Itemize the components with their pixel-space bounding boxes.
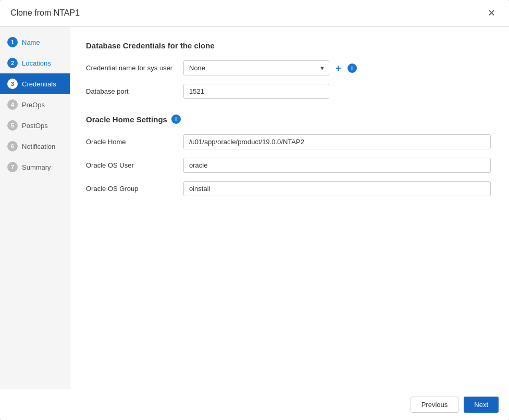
close-button[interactable]: ✕ xyxy=(485,7,499,19)
dialog-title: Clone from NTAP1 xyxy=(10,8,80,18)
credential-name-row: Credential name for sys user None ▼ + i xyxy=(86,60,493,75)
oracle-os-group-label: Oracle OS Group xyxy=(86,185,177,193)
db-port-row: Database port xyxy=(86,84,493,99)
step-num-7: 7 xyxy=(7,162,18,172)
credential-info-icon[interactable]: i xyxy=(347,63,357,73)
oracle-home-label: Oracle Home xyxy=(86,138,177,146)
sidebar-item-postops[interactable]: 5 PostOps xyxy=(0,115,70,136)
next-button[interactable]: Next xyxy=(464,397,499,413)
credential-name-select[interactable]: None xyxy=(183,60,329,75)
oracle-os-group-row: Oracle OS Group xyxy=(86,181,493,196)
oracle-os-user-row: Oracle OS User xyxy=(86,158,493,173)
db-credentials-title: Database Credentials for the clone xyxy=(86,41,493,50)
main-content: Database Credentials for the clone Crede… xyxy=(70,27,509,389)
credential-control-wrap: None ▼ + i xyxy=(183,60,493,75)
clone-dialog: Clone from NTAP1 ✕ 1 Name 2 Locations 3 … xyxy=(0,0,509,420)
sidebar-label-notification: Notification xyxy=(22,143,55,150)
step-num-6: 6 xyxy=(7,141,18,151)
oracle-home-input[interactable] xyxy=(183,134,491,149)
step-num-4: 4 xyxy=(7,99,18,110)
step-num-1: 1 xyxy=(7,37,18,47)
add-credential-button[interactable]: + xyxy=(333,62,343,74)
db-port-control-wrap xyxy=(183,84,493,99)
step-num-3: 3 xyxy=(7,79,18,89)
sidebar-label-locations: Locations xyxy=(22,59,51,67)
sidebar-label-name: Name xyxy=(22,39,40,46)
sidebar-item-credentials[interactable]: 3 Credentials xyxy=(0,73,70,94)
step-num-2: 2 xyxy=(7,58,18,68)
sidebar-item-notification[interactable]: 6 Notification xyxy=(0,136,70,157)
dialog-header: Clone from NTAP1 ✕ xyxy=(0,0,509,27)
previous-button[interactable]: Previous xyxy=(411,397,459,413)
dialog-body: 1 Name 2 Locations 3 Credentials 4 PreOp… xyxy=(0,27,509,389)
oracle-home-info-icon[interactable]: i xyxy=(171,114,181,124)
oracle-os-user-input[interactable] xyxy=(183,158,491,173)
close-icon: ✕ xyxy=(488,8,495,18)
sidebar-label-postops: PostOps xyxy=(22,122,48,130)
credential-select-wrap: None ▼ xyxy=(183,60,329,75)
sidebar: 1 Name 2 Locations 3 Credentials 4 PreOp… xyxy=(0,27,70,389)
oracle-home-section-header: Oracle Home Settings i xyxy=(86,114,493,124)
sidebar-item-locations[interactable]: 2 Locations xyxy=(0,53,70,73)
oracle-home-row: Oracle Home xyxy=(86,134,493,149)
db-port-input[interactable] xyxy=(183,84,329,99)
sidebar-item-preops[interactable]: 4 PreOps xyxy=(0,94,70,115)
oracle-os-group-input[interactable] xyxy=(183,181,491,196)
oracle-home-title: Oracle Home Settings xyxy=(86,115,167,124)
sidebar-item-name[interactable]: 1 Name xyxy=(0,32,70,53)
sidebar-label-preops: PreOps xyxy=(22,101,45,109)
db-port-label: Database port xyxy=(86,87,177,95)
sidebar-label-summary: Summary xyxy=(22,163,51,171)
oracle-os-user-label: Oracle OS User xyxy=(86,161,177,169)
credential-name-label: Credential name for sys user xyxy=(86,64,177,72)
step-num-5: 5 xyxy=(7,120,18,131)
dialog-footer: Previous Next xyxy=(0,389,509,420)
sidebar-item-summary[interactable]: 7 Summary xyxy=(0,157,70,177)
sidebar-label-credentials: Credentials xyxy=(22,80,56,88)
